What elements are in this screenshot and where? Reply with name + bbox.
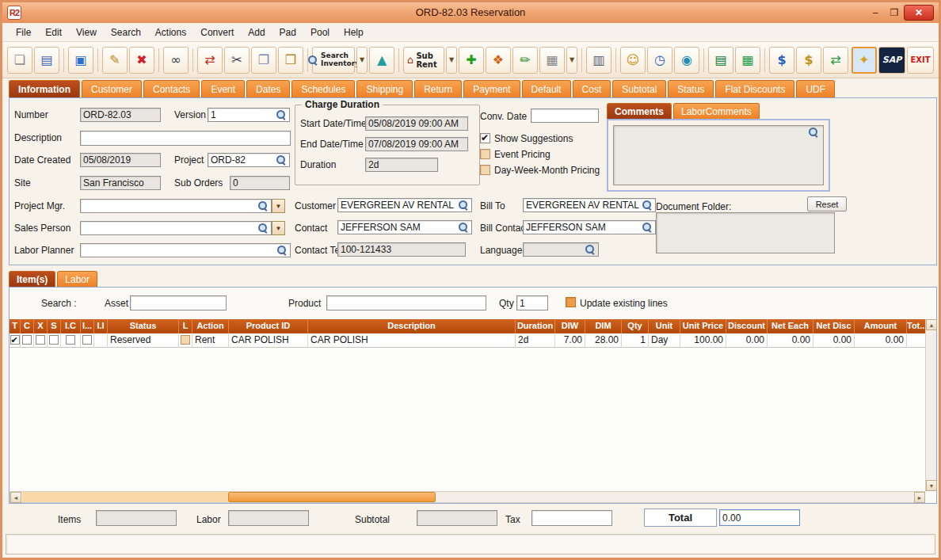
row-l-checkbox[interactable] <box>181 335 190 345</box>
convert-document-button[interactable]: ⇄ <box>197 47 223 74</box>
menu-item-file[interactable]: File <box>9 25 38 40</box>
smiley-button[interactable]: ☺ <box>620 47 646 74</box>
history-button[interactable]: ◷ <box>647 47 672 74</box>
labor-planner-lookup-icon[interactable] <box>276 245 288 256</box>
start-datetime-field[interactable]: 05/08/2019 09:00 AM <box>365 116 468 131</box>
table-row[interactable]: Reserved Rent CAR POLISH CAR POLISH 2d 7… <box>10 333 925 348</box>
col-header-product-id[interactable]: Product ID <box>229 319 308 333</box>
row-product-id-cell[interactable]: CAR POLISH <box>229 333 308 348</box>
event-pricing-checkbox[interactable] <box>480 149 490 159</box>
col-header-net-disc[interactable]: Net Disc <box>813 319 855 333</box>
tab-status[interactable]: Status <box>668 80 714 97</box>
scroll-left-button[interactable]: ◄ <box>10 492 21 503</box>
scroll-right-button[interactable]: ► <box>914 492 925 503</box>
sales-person-lookup-icon[interactable] <box>257 223 269 234</box>
new-document-button[interactable]: ❏ <box>7 47 32 74</box>
tab-contacts[interactable]: Contacts <box>143 80 200 97</box>
col-header-action[interactable]: Action <box>192 319 229 333</box>
tab-information[interactable]: Information <box>9 80 80 97</box>
paste-button[interactable]: ❒ <box>278 47 303 74</box>
pool-button[interactable]: ❖ <box>486 47 511 74</box>
col-header-i1[interactable]: I... <box>81 319 94 333</box>
edit-button[interactable]: ✎ <box>102 47 128 74</box>
tab-items[interactable]: Item(s) <box>9 271 55 287</box>
col-header-ic[interactable]: I.C <box>61 319 81 333</box>
row-unit-cell[interactable]: Day <box>649 333 680 348</box>
vertical-scrollbar[interactable]: ▲ ▼ <box>925 319 936 491</box>
menu-item-convert[interactable]: Convert <box>193 25 241 40</box>
col-header-ii[interactable]: I.I <box>94 319 108 333</box>
row-x-checkbox[interactable] <box>36 335 45 345</box>
col-header-t[interactable]: T <box>10 319 21 333</box>
tab-default[interactable]: Default <box>522 80 571 97</box>
row-tag-checkbox[interactable] <box>10 335 20 345</box>
copy-button[interactable]: ❐ <box>251 47 276 74</box>
search-inventory-dropdown[interactable]: ▼ <box>356 47 368 74</box>
qty-input[interactable]: 1 <box>516 295 548 310</box>
col-header-status[interactable]: Status <box>108 319 179 333</box>
fax-button[interactable]: ▥ <box>586 47 611 74</box>
tab-event[interactable]: Event <box>201 80 245 97</box>
tab-schedules[interactable]: Schedules <box>291 80 355 97</box>
edit-note-button[interactable]: ✏ <box>512 47 538 74</box>
close-button[interactable]: ✕ <box>904 5 934 21</box>
cut-button[interactable]: ✂ <box>224 47 250 74</box>
row-s-checkbox[interactable] <box>49 335 59 345</box>
project-mgr-dropdown[interactable]: ▼ <box>272 199 285 213</box>
col-header-diw[interactable]: DIW <box>555 319 585 333</box>
minimize-button[interactable]: – <box>867 5 883 21</box>
catalog-button[interactable]: ▤ <box>708 47 733 74</box>
labor-planner-field[interactable] <box>80 243 291 257</box>
search-inventory-button[interactable]: Search Inventory <box>312 47 355 74</box>
tab-dates[interactable]: Dates <box>246 80 290 97</box>
col-header-discount[interactable]: Discount <box>726 319 768 333</box>
maximize-button[interactable]: ❐ <box>886 5 902 21</box>
tab-return[interactable]: Return <box>414 80 462 97</box>
tab-labor[interactable]: Labor <box>57 271 97 287</box>
day-week-month-pricing-checkbox[interactable] <box>480 165 490 175</box>
project-lookup-icon[interactable] <box>276 154 287 166</box>
menu-item-pool[interactable]: Pool <box>303 25 337 40</box>
tab-udf[interactable]: UDF <box>796 80 835 97</box>
col-header-total[interactable]: Tot... <box>907 319 925 333</box>
sheet-edit-button[interactable]: ▦ <box>735 47 760 74</box>
sub-rent-dropdown[interactable]: ▼ <box>446 47 457 74</box>
col-header-unit-price[interactable]: Unit Price <box>680 319 726 333</box>
row-diw-cell[interactable]: 7.00 <box>555 333 585 348</box>
col-header-dim[interactable]: DIM <box>585 319 622 333</box>
asset-search-input[interactable] <box>130 295 227 310</box>
horizontal-scrollbar[interactable]: ◄ ► <box>10 491 925 503</box>
scroll-up-button[interactable]: ▲ <box>926 319 937 330</box>
conv-date-field[interactable] <box>531 109 599 123</box>
exit-button[interactable]: EXIT <box>907 47 934 74</box>
project-field[interactable]: ORD-82 <box>208 153 290 167</box>
version-lookup-icon[interactable] <box>276 109 287 120</box>
horizontal-scroll-thumb[interactable] <box>228 492 436 502</box>
tab-customer[interactable]: Customer <box>82 80 142 97</box>
bill-contact-lookup-icon[interactable] <box>642 222 653 233</box>
product-search-input[interactable] <box>326 295 486 310</box>
language-lookup-icon[interactable] <box>585 244 596 255</box>
col-header-c[interactable]: C <box>21 319 34 333</box>
sub-rent-button[interactable]: ⌂ Sub Rent <box>403 47 444 74</box>
customer-lookup-icon[interactable] <box>458 200 469 211</box>
menu-item-edit[interactable]: Edit <box>38 25 69 40</box>
row-discount-cell[interactable]: 0.00 <box>726 333 768 348</box>
version-field[interactable]: 1 <box>208 108 290 122</box>
find-button[interactable]: ∞ <box>163 47 189 74</box>
row-dim-cell[interactable]: 28.00 <box>585 333 622 348</box>
show-suggestions-checkbox[interactable] <box>480 133 490 143</box>
row-amount-cell[interactable]: 0.00 <box>855 333 907 348</box>
row-net-disc-cell[interactable]: 0.00 <box>813 333 855 348</box>
scroll-down-button[interactable]: ▼ <box>926 480 937 491</box>
row-unit-price-cell[interactable]: 100.00 <box>680 333 726 348</box>
bill-to-field[interactable]: EVERGREEN AV RENTAL <box>523 198 656 212</box>
tab-cost[interactable]: Cost <box>573 80 611 97</box>
bill-to-lookup-icon[interactable] <box>642 200 653 211</box>
end-datetime-field[interactable]: 07/08/2019 09:00 AM <box>365 137 468 151</box>
menu-item-add[interactable]: Add <box>241 25 272 40</box>
row-qty-cell[interactable]: 1 <box>622 333 649 348</box>
delete-button[interactable]: ✖ <box>129 47 154 74</box>
project-mgr-lookup-icon[interactable] <box>257 200 269 211</box>
add-item-button[interactable]: ✚ <box>459 47 484 74</box>
